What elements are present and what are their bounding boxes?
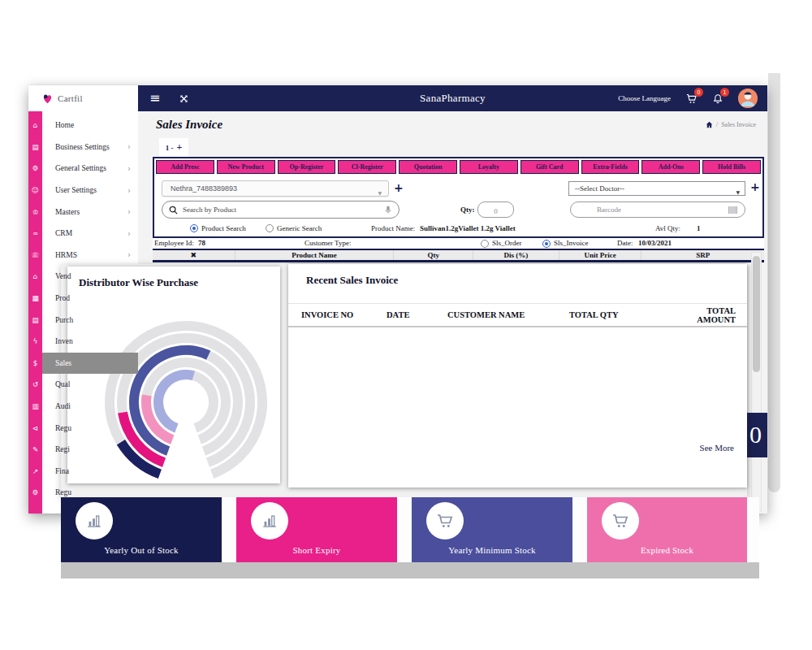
invoice-tab-1[interactable]: 1 - + — [159, 138, 188, 157]
items-table-header: ✖ Product Name Qty Dis (%) Unit Price SR… — [153, 250, 764, 262]
customer-type-label: Customer Type: — [304, 239, 351, 247]
sidebar-item-crm[interactable]: ∞CRM› — [28, 223, 138, 245]
yearly-out-of-stock-card[interactable]: Yearly Out of Stock — [61, 497, 222, 562]
col-dis: Dis (%) — [473, 250, 559, 260]
sidebar-item-hrms[interactable]: ☏HRMS› — [28, 245, 138, 266]
gear-icon: ⚙ — [28, 164, 42, 172]
add-doctor-button[interactable]: + — [750, 181, 760, 193]
chevron-right-icon: › — [127, 164, 131, 173]
employee-id-label: Employee Id: — [154, 239, 194, 247]
cart-badge: 0 — [694, 88, 703, 97]
chevron-right-icon: › — [127, 250, 131, 259]
barcode-icon — [728, 206, 738, 214]
expired-stock-card[interactable]: Expired Stock — [587, 497, 747, 562]
chevron-right-icon: › — [127, 142, 131, 151]
new-product-button[interactable]: New Product — [217, 160, 275, 174]
product-name-value: Sullivan1.2gViallet 1.2g Viallet — [420, 224, 516, 232]
card-label: Short Expiry — [236, 545, 397, 555]
choose-language-button[interactable]: Choose Language — [618, 94, 671, 102]
date-value: 10/03/2021 — [638, 239, 672, 247]
see-more-link[interactable]: See More — [700, 443, 734, 453]
product-search-radio-label: Product Search — [201, 224, 246, 232]
sls-order-radio[interactable] — [481, 240, 489, 248]
hamburger-menu-icon[interactable]: ≡ — [149, 92, 160, 105]
sidebar-item-label: Purch — [55, 316, 73, 324]
add-ons-button[interactable]: Add-Ons — [641, 160, 700, 174]
card-icon-circle — [426, 502, 464, 540]
sidebar-item-label: Sales — [55, 359, 71, 367]
avatar[interactable] — [738, 89, 758, 108]
add-tab-button[interactable]: + — [176, 141, 182, 154]
dashboard-bottom-strip — [61, 562, 759, 578]
dollar-icon: $ — [28, 359, 42, 367]
sidebar-item-label: Fina — [55, 467, 69, 475]
notifications-button[interactable]: 1 — [712, 93, 723, 105]
cart-icon — [611, 511, 630, 531]
sidebar-item-masters[interactable]: ♔Masters› — [28, 201, 138, 223]
barcode-input[interactable] — [597, 206, 723, 214]
store-icon: ⌂ — [28, 272, 42, 280]
card-icon-circle — [602, 502, 639, 540]
op-register-button[interactable]: Op-Register — [278, 160, 336, 174]
sls-invoice-label: Sls_Invoice — [554, 239, 589, 247]
trend-icon: ↗ — [28, 467, 42, 475]
sidebar-item-label: Regi — [55, 445, 70, 453]
col-close: ✖ — [153, 250, 235, 260]
sidebar-item-sales[interactable]: $Sales — [28, 353, 138, 375]
sls-order-label: Sls_Order — [492, 239, 522, 247]
cl-register-button[interactable]: Cl-Register — [338, 160, 396, 174]
sidebar-item-label: Vend — [55, 272, 71, 280]
extra-fields-button[interactable]: Extra-Fields — [581, 160, 640, 174]
sls-invoice-radio[interactable] — [542, 240, 551, 248]
qty-field-wrap — [477, 202, 514, 218]
action-button-row: Add Presc New Product Op-Register Cl-Reg… — [156, 160, 761, 174]
col-customer-name: CUSTOMER NAME — [447, 310, 569, 319]
expand-icon[interactable] — [179, 94, 188, 103]
mic-icon[interactable] — [384, 205, 392, 214]
qty-input[interactable] — [478, 204, 513, 219]
add-presc-button[interactable]: Add Presc — [156, 160, 214, 174]
sidebar-item-user-settings[interactable]: ☺User Settings› — [28, 180, 138, 202]
col-qty: Qty — [394, 250, 473, 260]
doctor-select[interactable]: --Select Doctor-- ▼ — [568, 181, 745, 196]
sidebar-item-business-settings[interactable]: ▤Business Settings› — [28, 136, 138, 158]
customer-select-value: Nethra_7488389893 — [171, 184, 237, 193]
avl-qty-value: 1 — [697, 224, 701, 232]
brand-logo[interactable]: Cartfil — [28, 85, 138, 111]
short-expiry-card[interactable]: Short Expiry — [236, 497, 397, 562]
card-icon-circle — [251, 502, 288, 540]
sidebar-item-label: Inven — [55, 337, 73, 345]
generic-search-radio[interactable] — [266, 224, 274, 232]
sidebar-item-label: CRM — [55, 229, 72, 237]
hold-bills-button[interactable]: Hold Bills — [702, 160, 761, 174]
product-name-label: Product Name: — [371, 224, 415, 232]
add-customer-button[interactable]: + — [394, 182, 404, 193]
loyalty-button[interactable]: Loyalty — [460, 160, 518, 174]
user-icon: ☺ — [28, 186, 42, 194]
sidebar-item-home[interactable]: ⌂Home — [28, 115, 138, 136]
chevron-down-icon: ▼ — [378, 186, 382, 201]
qty-label: Qty: — [460, 206, 475, 214]
card-label: Yearly Minimum Stock — [412, 545, 572, 555]
date-label: Date: — [617, 239, 633, 247]
cart-button[interactable]: 0 — [685, 93, 698, 105]
yearly-minimum-stock-card[interactable]: Yearly Minimum Stock — [412, 497, 572, 562]
quotation-button[interactable]: Quotation — [399, 160, 457, 174]
breadcrumb-home-icon[interactable] — [706, 121, 713, 128]
col-srp: SRP — [641, 250, 764, 260]
sidebar-item-general-settings[interactable]: ⚙General Settings› — [28, 158, 138, 180]
outer-scrollbar[interactable] — [768, 73, 780, 492]
recent-sales-invoice-panel: Recent Sales Invoice INVOICE NO DATE CUS… — [288, 264, 747, 488]
chevron-right-icon: › — [127, 229, 131, 238]
sidebar-item-label: Home — [55, 121, 74, 129]
customer-select[interactable]: Nethra_7488389893 ▼ — [162, 180, 389, 197]
sidebar-item-label: General Settings — [55, 164, 106, 172]
distributor-purchase-panel: Distributor Wise Purchase — [67, 266, 280, 483]
gift-card-button[interactable]: Gift Card — [520, 160, 579, 174]
product-search-radio[interactable] — [190, 224, 198, 232]
search-input[interactable] — [183, 206, 379, 214]
invoice-form-panel: Add Presc New Product Op-Register Cl-Reg… — [153, 157, 764, 238]
recent-table-header: INVOICE NO DATE CUSTOMER NAME TOTAL QTY … — [288, 303, 747, 327]
avl-qty-label: Avl Qty: — [655, 224, 680, 232]
col-total-amount: TOTAL AMOUNT — [667, 306, 736, 324]
